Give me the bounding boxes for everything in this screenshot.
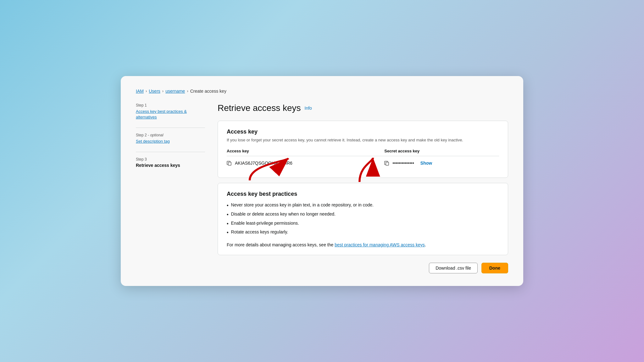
- best-practices-title: Access key best practices: [227, 191, 499, 197]
- breadcrumb-current: Create access key: [190, 89, 226, 94]
- copy-icon-secret[interactable]: [384, 161, 389, 166]
- sidebar-step-2-link[interactable]: Set description tag: [136, 139, 205, 144]
- page-title-row: Retrieve access keys Info: [218, 103, 508, 113]
- table-row: AKIAS6J7QSGOOHR3FMR6: [227, 156, 499, 170]
- list-item: Disable or delete access key when no lon…: [227, 211, 499, 218]
- sidebar-step-1: Step 1 Access key best practices & alter…: [136, 103, 205, 120]
- info-link[interactable]: Info: [305, 106, 312, 111]
- breadcrumb: IAM › Users › username › Create access k…: [136, 89, 508, 94]
- access-key-card-subtitle: If you lose or forget your secret access…: [227, 138, 499, 142]
- page-title: Retrieve access keys: [218, 103, 301, 113]
- best-practices-footer-link[interactable]: best practices for managing AWS access k…: [335, 242, 425, 247]
- svg-rect-1: [386, 162, 389, 165]
- list-item: Never store your access key in plain tex…: [227, 202, 499, 209]
- access-key-card-title: Access key: [227, 129, 499, 135]
- breadcrumb-sep-3: ›: [187, 89, 188, 93]
- breadcrumb-username[interactable]: username: [165, 89, 185, 94]
- col-access-key: Access key: [227, 149, 384, 156]
- keys-table: Access key Secret access key: [227, 149, 499, 170]
- cards-wrapper: Access key If you lose or forget your se…: [218, 121, 508, 255]
- secret-key-cell: •••••••••••••• Show: [384, 156, 499, 170]
- sidebar-step-3: Step 3 Retrieve access keys: [136, 157, 205, 168]
- access-key-card: Access key If you lose or forget your se…: [218, 121, 508, 178]
- sidebar-divider-1: [136, 128, 205, 128]
- secret-key-value: ••••••••••••••: [392, 161, 414, 166]
- breadcrumb-iam[interactable]: IAM: [136, 89, 144, 94]
- sidebar-step-1-link[interactable]: Access key best practices & alternatives: [136, 109, 205, 120]
- copy-icon-access[interactable]: [227, 161, 232, 166]
- list-item: Rotate access keys regularly.: [227, 229, 499, 236]
- col-secret-key: Secret access key: [384, 149, 499, 156]
- sidebar-step-1-label: Step 1: [136, 103, 205, 107]
- breadcrumb-users[interactable]: Users: [149, 89, 160, 94]
- modal-container: IAM › Users › username › Create access k…: [121, 76, 523, 286]
- breadcrumb-sep-2: ›: [162, 89, 164, 93]
- main-layout: Step 1 Access key best practices & alter…: [136, 103, 508, 273]
- sidebar-divider-2: [136, 152, 205, 152]
- sidebar-step-3-label: Step 3: [136, 157, 205, 162]
- access-key-value: AKIAS6J7QSGOOHR3FMR6: [235, 161, 292, 166]
- footer-buttons: Download .csv file Done: [218, 263, 508, 273]
- show-link[interactable]: Show: [420, 161, 432, 166]
- best-practices-list: Never store your access key in plain tex…: [227, 202, 499, 236]
- content-area: Retrieve access keys Info Access key If …: [218, 103, 508, 273]
- sidebar-step-2-label: Step 2 - optional: [136, 133, 205, 137]
- sidebar: Step 1 Access key best practices & alter…: [136, 103, 205, 273]
- done-button[interactable]: Done: [481, 263, 508, 273]
- download-csv-button[interactable]: Download .csv file: [429, 263, 478, 273]
- breadcrumb-sep-1: ›: [146, 89, 147, 93]
- sidebar-step-3-active: Retrieve access keys: [136, 163, 205, 168]
- sidebar-step-2: Step 2 - optional Set description tag: [136, 133, 205, 144]
- access-key-cell: AKIAS6J7QSGOOHR3FMR6: [227, 156, 384, 170]
- best-practices-footer: For more details about managing access k…: [227, 242, 499, 247]
- list-item: Enable least-privilege permissions.: [227, 221, 499, 227]
- best-practices-card: Access key best practices Never store yo…: [218, 183, 508, 255]
- svg-rect-0: [228, 162, 231, 165]
